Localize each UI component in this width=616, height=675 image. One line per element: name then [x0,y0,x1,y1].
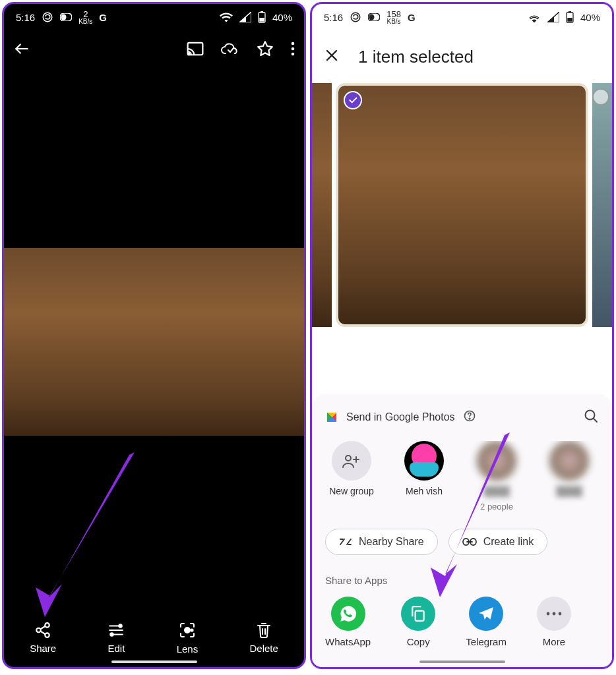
share-label: Share [30,643,56,654]
nearby-share-label: Nearby Share [359,536,424,548]
svg-point-12 [45,623,49,628]
contact-group[interactable]: ████ 2 people [470,441,523,512]
share-button[interactable]: Share [30,622,56,654]
pill-status-icon [60,13,72,21]
battery-icon [258,11,266,23]
wifi-icon [528,12,541,22]
google-photos-icon [323,408,341,426]
contact-label: ████ [556,486,582,496]
kbps-unit: KB/s [386,18,400,25]
home-indicator[interactable] [111,660,197,663]
star-icon[interactable] [257,40,274,60]
lens-button[interactable]: Lens [177,621,199,655]
battery-percent: 40% [580,12,600,23]
close-icon[interactable] [324,47,340,66]
contact-label: ████ [483,486,510,496]
battery-percent: 40% [272,12,292,23]
svg-point-7 [188,53,190,55]
network-speed: 158 KB/s [386,10,401,25]
whatsapp-status-icon [42,11,53,23]
unselected-radio-icon[interactable] [592,88,609,105]
kbps-unit: KB/s [78,18,92,25]
kbps-value: 2 [83,10,88,18]
share-sheet: Send in Google Photos New group Meh vish [312,394,612,667]
photo-content[interactable] [4,248,304,436]
back-icon[interactable] [13,40,30,60]
delete-button[interactable]: Delete [249,622,278,654]
thumbnail-next[interactable] [592,83,612,327]
svg-rect-30 [416,611,424,621]
app-label: Copy [407,636,430,647]
new-group-button[interactable]: New group [325,441,378,512]
new-group-label: New group [329,486,374,496]
app-row: WhatsApp Copy Telegram More [325,597,599,647]
annotation-arrow [36,452,141,626]
thumbnail-prev[interactable] [312,83,332,327]
avatar [549,441,589,481]
svg-point-25 [469,418,470,419]
cast-icon[interactable] [187,42,204,59]
cloud-check-icon[interactable] [221,42,239,58]
app-label: More [543,636,565,647]
home-indicator[interactable] [419,660,505,663]
kbps-value: 158 [386,10,401,18]
app-label: WhatsApp [325,636,371,647]
send-in-photos-label[interactable]: Send in Google Photos [346,411,455,423]
svg-point-33 [559,612,562,616]
contact-hidden[interactable]: ████ [543,441,596,512]
thumbnail-selected[interactable] [336,83,588,327]
contact-row[interactable]: New group Meh vish ████ 2 people ████ M … [325,441,599,512]
share-to-apps-label: Share to Apps [325,575,599,586]
photo-appbar [4,30,304,70]
svg-point-9 [292,47,295,51]
svg-point-17 [191,629,193,631]
cell-signal-icon [547,12,559,22]
pill-status-icon [368,13,380,21]
avatar [404,441,444,481]
edit-button[interactable]: Edit [108,622,125,654]
search-icon[interactable] [583,408,599,426]
avatar [477,441,516,481]
selection-appbar: 1 item selected [312,30,612,83]
screenshot-photo-viewer: 5:16 2 KB/s G 40% [2,2,306,669]
screenshot-share-sheet: 5:16 158 KB/s G 40% [310,2,614,669]
svg-point-32 [553,612,556,616]
app-telegram[interactable]: Telegram [466,597,507,647]
telegram-icon [469,597,503,631]
svg-rect-20 [369,15,375,20]
lens-label: Lens [177,643,199,655]
app-label: Telegram [466,636,507,647]
thumbnail-strip[interactable] [312,83,612,327]
selected-check-icon[interactable] [344,91,362,109]
create-link-chip[interactable]: Create link [448,529,547,555]
whatsapp-icon [331,597,365,631]
app-more[interactable]: More [537,597,571,647]
svg-point-0 [43,13,52,22]
svg-point-10 [292,53,295,56]
status-time: 5:16 [16,12,35,23]
status-bar: 5:16 2 KB/s G 40% [4,4,304,30]
bottom-action-bar: Share Edit Lens Delete [4,608,304,667]
svg-point-14 [119,624,122,627]
status-bar: 5:16 158 KB/s G 40% [312,4,612,30]
svg-point-8 [292,42,295,45]
contact-mehvish[interactable]: Meh vish [398,441,450,512]
app-whatsapp[interactable]: WhatsApp [325,597,371,647]
whatsapp-status-icon [350,11,361,23]
new-group-icon [332,441,371,481]
app-copy[interactable]: Copy [401,597,435,647]
overflow-menu-icon[interactable] [291,42,295,59]
status-time: 5:16 [324,12,343,23]
svg-point-18 [351,13,360,22]
nearby-share-chip[interactable]: Nearby Share [325,529,438,555]
edit-label: Edit [108,643,125,654]
delete-label: Delete [249,643,278,654]
svg-point-15 [111,633,113,635]
contact-sublabel: 2 people [480,502,513,512]
svg-rect-4 [261,11,263,13]
svg-rect-23 [567,18,572,22]
svg-point-27 [346,455,351,461]
help-icon[interactable] [463,409,476,425]
battery-icon [566,11,574,23]
svg-rect-2 [61,15,67,20]
